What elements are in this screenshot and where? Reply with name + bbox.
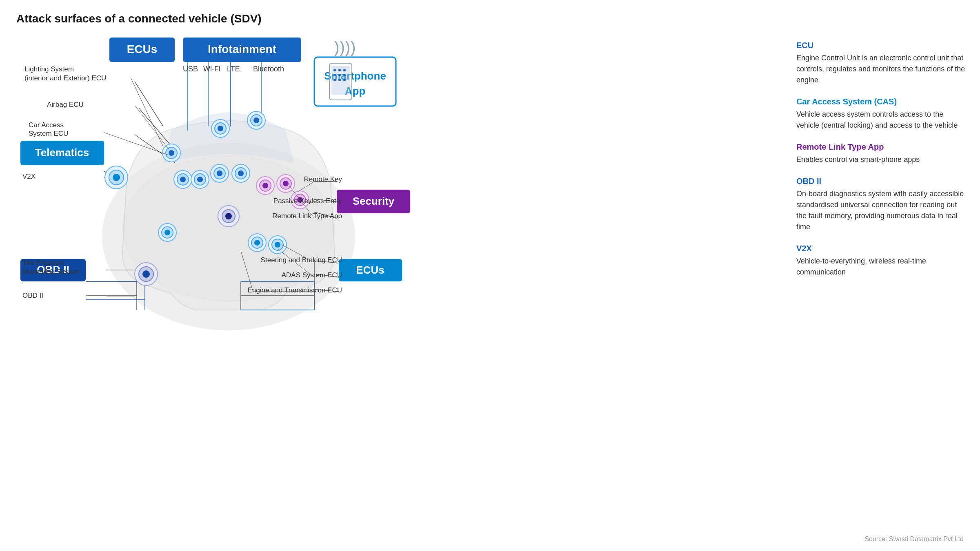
svg-point-65 xyxy=(214,168,225,179)
svg-point-92 xyxy=(251,237,263,248)
svg-point-24 xyxy=(338,74,341,76)
svg-point-86 xyxy=(139,267,153,281)
svg-rect-10 xyxy=(314,57,396,106)
svg-point-21 xyxy=(338,69,341,71)
svg-point-1 xyxy=(122,155,335,302)
svg-point-95 xyxy=(272,239,283,250)
svg-point-52 xyxy=(247,111,265,129)
svg-point-93 xyxy=(254,240,260,246)
svg-text:OBD II: OBD II xyxy=(37,263,69,276)
svg-point-55 xyxy=(162,144,180,162)
svg-point-96 xyxy=(275,242,280,248)
svg-point-20 xyxy=(333,69,336,71)
svg-point-25 xyxy=(343,74,346,76)
svg-point-23 xyxy=(333,74,336,76)
svg-line-37 xyxy=(316,274,339,277)
svg-rect-18 xyxy=(329,63,352,100)
svg-point-88 xyxy=(158,223,176,241)
svg-line-99 xyxy=(131,77,163,147)
svg-point-90 xyxy=(164,230,170,235)
info-item-desc: Vehicle-to-everything, wireless real-tim… xyxy=(796,256,968,278)
svg-text:V2X: V2X xyxy=(22,173,36,180)
svg-line-101 xyxy=(135,105,169,150)
svg-text:System ECU: System ECU xyxy=(29,130,68,137)
svg-line-35 xyxy=(314,212,337,218)
svg-point-81 xyxy=(283,181,289,186)
svg-line-31 xyxy=(135,135,176,163)
svg-point-26 xyxy=(333,79,336,81)
svg-point-82 xyxy=(291,191,309,209)
svg-text:Infotainment: Infotainment xyxy=(208,43,276,55)
svg-text:Monitoring System: Monitoring System xyxy=(22,268,80,276)
svg-point-22 xyxy=(343,69,346,71)
svg-point-57 xyxy=(169,150,174,156)
info-item: V2XVehicle-to-everything, wireless real-… xyxy=(796,244,968,278)
svg-point-72 xyxy=(113,174,120,181)
svg-text:App: App xyxy=(345,85,366,97)
page-title: Attack surfaces of a connected vehicle (… xyxy=(16,12,964,25)
svg-point-63 xyxy=(197,177,203,182)
info-item-title: V2X xyxy=(796,244,968,253)
svg-point-54 xyxy=(253,117,259,123)
svg-point-84 xyxy=(297,197,303,203)
svg-text:Remote Key: Remote Key xyxy=(304,175,342,183)
svg-rect-15 xyxy=(339,259,402,281)
svg-rect-2 xyxy=(109,38,175,62)
svg-point-77 xyxy=(260,180,271,191)
svg-text:Passive Keyless Entry: Passive Keyless Entry xyxy=(273,197,342,205)
svg-point-28 xyxy=(343,79,346,81)
svg-point-83 xyxy=(294,194,306,206)
svg-point-51 xyxy=(218,126,223,131)
svg-rect-19 xyxy=(331,66,350,95)
svg-text:Remote Link Type App: Remote Link Type App xyxy=(272,212,342,220)
svg-point-76 xyxy=(256,177,274,195)
svg-point-50 xyxy=(215,123,226,134)
svg-point-87 xyxy=(142,270,150,278)
svg-text:Security: Security xyxy=(353,195,395,207)
svg-point-89 xyxy=(162,227,173,238)
info-item-title: ECU xyxy=(796,41,968,50)
svg-point-66 xyxy=(217,170,222,176)
svg-line-124 xyxy=(289,186,314,218)
svg-point-85 xyxy=(135,263,158,285)
svg-point-69 xyxy=(238,170,244,176)
svg-text:OBD II: OBD II xyxy=(22,292,43,299)
svg-text:)))): )))) xyxy=(334,38,356,56)
svg-point-56 xyxy=(166,147,177,159)
info-item: Car Access System (CAS)Vehicle access sy… xyxy=(796,97,968,131)
svg-line-32 xyxy=(104,171,116,177)
svg-line-36 xyxy=(316,261,339,263)
svg-point-64 xyxy=(211,164,229,182)
svg-text:Bluetooth: Bluetooth xyxy=(253,65,284,73)
svg-line-125 xyxy=(282,245,314,262)
svg-line-30 xyxy=(139,108,176,151)
svg-point-80 xyxy=(280,178,291,189)
svg-point-0 xyxy=(102,143,355,330)
svg-text:Wi-Fi: Wi-Fi xyxy=(203,65,220,73)
info-item: Remote Link Type AppEnables control via … xyxy=(796,142,968,165)
source-text: Source: Swasti Datamatrix Pvt Ltd xyxy=(864,536,964,543)
info-item-title: Remote Link Type App xyxy=(796,142,968,152)
right-panel: ECUEngine Control Unit is an electronic … xyxy=(796,41,968,289)
svg-point-70 xyxy=(105,166,128,189)
svg-text:Steering and Braking ECU: Steering and Braking ECU xyxy=(261,256,342,264)
svg-rect-6 xyxy=(20,141,104,165)
svg-point-58 xyxy=(174,170,192,188)
svg-point-75 xyxy=(225,213,232,219)
svg-text:Airbag ECU: Airbag ECU xyxy=(47,101,84,108)
info-item-desc: Engine Control Unit is an electronic con… xyxy=(796,53,968,86)
svg-text:USB: USB xyxy=(183,65,198,73)
svg-text:ADAS System ECU: ADAS System ECU xyxy=(282,271,342,279)
info-item: OBD IIOn-board diagnostics system with e… xyxy=(796,177,968,232)
info-item: ECUEngine Control Unit is an electronic … xyxy=(796,41,968,86)
svg-rect-4 xyxy=(183,38,301,62)
svg-point-53 xyxy=(251,115,262,126)
svg-text:Telematics: Telematics xyxy=(35,146,89,159)
svg-point-60 xyxy=(180,177,186,182)
svg-point-78 xyxy=(262,183,268,188)
svg-line-122 xyxy=(298,181,314,192)
svg-point-49 xyxy=(211,119,229,137)
svg-text:LTE: LTE xyxy=(227,65,240,73)
svg-text:Car Access: Car Access xyxy=(29,121,64,129)
svg-text:Smartphone: Smartphone xyxy=(324,70,386,82)
